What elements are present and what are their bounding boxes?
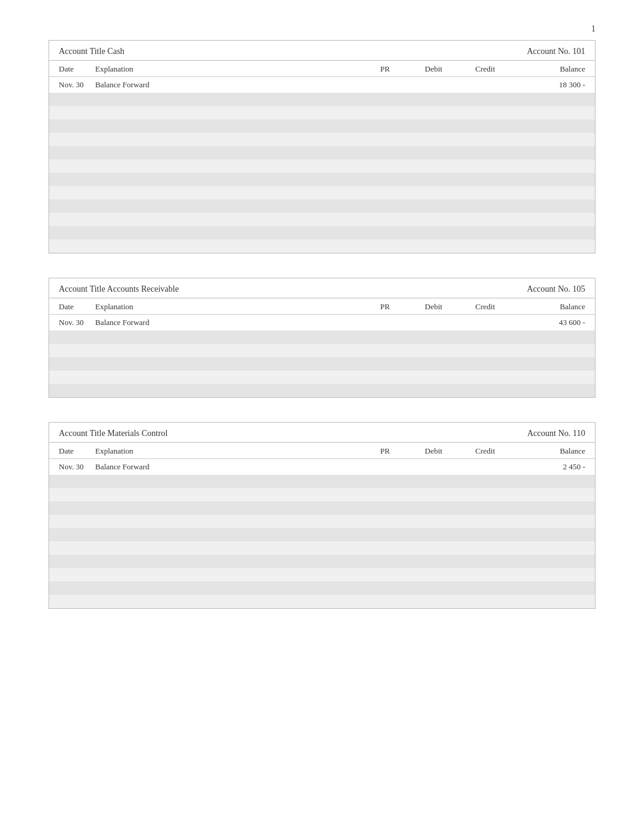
ledger-col-headers-ledger-ar: DateExplanationPRDebitCreditBalance <box>49 298 595 315</box>
ledger-empty-row-ledger-ar-0 <box>49 330 595 344</box>
ledger-account-no-ledger-materials: Account No. 110 <box>527 429 585 438</box>
ledger-empty-row-ledger-materials-9 <box>49 595 595 608</box>
ledger-account-title-ledger-materials: Account Title Materials Control <box>59 429 167 438</box>
ledger-empty-row-ledger-materials-6 <box>49 555 595 568</box>
cell-date-ledger-ar-0: Nov. 30 <box>59 317 95 329</box>
ledger-empty-row-ledger-ar-3 <box>49 371 595 384</box>
ledger-empty-row-ledger-materials-0 <box>49 475 595 488</box>
col-header-pr-ledger-materials: PR <box>361 446 409 456</box>
ledger-empty-row-ledger-cash-3 <box>49 133 595 146</box>
ledger-card-ledger-ar: Account Title Accounts ReceivableAccount… <box>49 278 595 398</box>
ledger-empty-row-ledger-cash-9 <box>49 213 595 226</box>
ledger-account-title-ledger-ar: Account Title Accounts Receivable <box>59 284 179 294</box>
ledger-card-ledger-materials: Account Title Materials ControlAccount N… <box>49 422 595 609</box>
ledger-col-headers-ledger-materials: DateExplanationPRDebitCreditBalance <box>49 443 595 459</box>
ledger-empty-row-ledger-cash-5 <box>49 159 595 173</box>
ledger-empty-row-ledger-cash-4 <box>49 146 595 159</box>
ledger-empty-row-ledger-cash-8 <box>49 200 595 213</box>
col-header-debit-ledger-materials: Debit <box>409 446 458 456</box>
cell-balance-ledger-ar-0: 43 600 - <box>512 317 585 329</box>
cell-expl-ledger-materials-0: Balance Forward <box>95 461 361 473</box>
ledger-empty-row-ledger-cash-11 <box>49 240 595 253</box>
cell-date-ledger-materials-0: Nov. 30 <box>59 461 95 473</box>
cell-credit-ledger-cash-0 <box>458 79 512 91</box>
ledger-empty-row-ledger-materials-5 <box>49 542 595 555</box>
col-header-date-ledger-ar: Date <box>59 302 95 312</box>
ledger-empty-row-ledger-cash-2 <box>49 119 595 133</box>
ledger-account-title-ledger-cash: Account Title Cash <box>59 47 124 56</box>
col-header-credit-ledger-cash: Credit <box>458 64 512 74</box>
ledger-empty-row-ledger-materials-8 <box>49 582 595 595</box>
ledger-first-row-ledger-materials: Nov. 30Balance Forward2 450 - <box>49 459 595 475</box>
ledger-empty-row-ledger-materials-1 <box>49 488 595 501</box>
cell-date-ledger-cash-0: Nov. 30 <box>59 79 95 91</box>
ledger-empty-row-ledger-cash-10 <box>49 226 595 240</box>
ledger-account-no-ledger-cash: Account No. 101 <box>527 47 585 56</box>
cell-balance-ledger-materials-0: 2 450 - <box>512 461 585 473</box>
ledger-empty-row-ledger-materials-2 <box>49 501 595 515</box>
col-header-explanation-ledger-materials: Explanation <box>95 446 361 456</box>
ledger-header-ledger-ar: Account Title Accounts ReceivableAccount… <box>49 278 595 298</box>
ledger-empty-row-ledger-materials-4 <box>49 528 595 542</box>
col-header-date-ledger-materials: Date <box>59 446 95 456</box>
ledger-first-row-ledger-cash: Nov. 30Balance Forward18 300 - <box>49 77 595 93</box>
col-header-balance-ledger-cash: Balance <box>512 64 585 74</box>
col-header-explanation-ledger-ar: Explanation <box>95 302 361 312</box>
col-header-explanation-ledger-cash: Explanation <box>95 64 361 74</box>
cell-credit-ledger-ar-0 <box>458 317 512 329</box>
col-header-balance-ledger-ar: Balance <box>512 302 585 312</box>
ledger-col-headers-ledger-cash: DateExplanationPRDebitCreditBalance <box>49 61 595 77</box>
ledger-empty-row-ledger-cash-6 <box>49 173 595 186</box>
cell-pr-ledger-ar-0 <box>361 317 409 329</box>
cell-pr-ledger-cash-0 <box>361 79 409 91</box>
ledger-empty-row-ledger-materials-7 <box>49 568 595 582</box>
cell-balance-ledger-cash-0: 18 300 - <box>512 79 585 91</box>
ledger-empty-row-ledger-ar-2 <box>49 357 595 371</box>
ledger-empty-row-ledger-ar-1 <box>49 344 595 357</box>
cell-debit-ledger-cash-0 <box>409 79 458 91</box>
col-header-credit-ledger-materials: Credit <box>458 446 512 456</box>
col-header-balance-ledger-materials: Balance <box>512 446 585 456</box>
ledger-header-ledger-cash: Account Title CashAccount No. 101 <box>49 41 595 61</box>
ledger-empty-row-ledger-ar-4 <box>49 384 595 397</box>
col-header-date-ledger-cash: Date <box>59 64 95 74</box>
ledger-empty-row-ledger-materials-3 <box>49 515 595 528</box>
cell-debit-ledger-materials-0 <box>409 461 458 473</box>
cell-expl-ledger-cash-0: Balance Forward <box>95 79 361 91</box>
ledger-empty-row-ledger-cash-7 <box>49 186 595 200</box>
col-header-debit-ledger-ar: Debit <box>409 302 458 312</box>
ledger-card-ledger-cash: Account Title CashAccount No. 101DateExp… <box>49 40 595 253</box>
col-header-pr-ledger-cash: PR <box>361 64 409 74</box>
ledger-header-ledger-materials: Account Title Materials ControlAccount N… <box>49 423 595 443</box>
cell-credit-ledger-materials-0 <box>458 461 512 473</box>
col-header-pr-ledger-ar: PR <box>361 302 409 312</box>
cell-expl-ledger-ar-0: Balance Forward <box>95 317 361 329</box>
ledger-first-row-ledger-ar: Nov. 30Balance Forward43 600 - <box>49 315 595 330</box>
col-header-credit-ledger-ar: Credit <box>458 302 512 312</box>
ledger-account-no-ledger-ar: Account No. 105 <box>527 284 585 294</box>
page-number: 1 <box>49 24 595 34</box>
ledger-empty-row-ledger-cash-1 <box>49 106 595 119</box>
col-header-debit-ledger-cash: Debit <box>409 64 458 74</box>
cell-pr-ledger-materials-0 <box>361 461 409 473</box>
cell-debit-ledger-ar-0 <box>409 317 458 329</box>
ledger-empty-row-ledger-cash-0 <box>49 93 595 106</box>
